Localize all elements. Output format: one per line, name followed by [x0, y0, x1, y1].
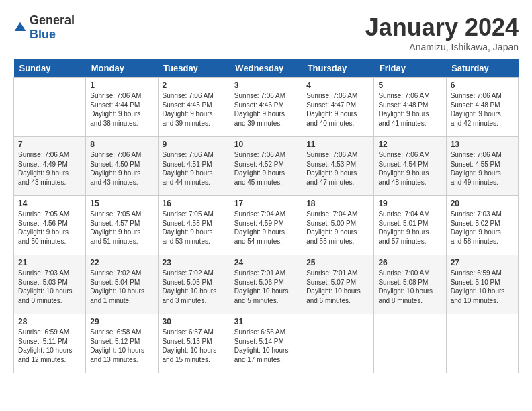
day-info: Sunrise: 7:04 AMSunset: 5:01 PMDaylight:… [378, 210, 441, 246]
logo-blue: Blue [30, 28, 56, 41]
day-number: 16 [163, 199, 226, 208]
calendar-cell: 19Sunrise: 7:04 AMSunset: 5:01 PMDayligh… [374, 196, 446, 255]
day-number: 17 [234, 199, 298, 208]
day-info: Sunrise: 7:04 AMSunset: 5:00 PMDaylight:… [306, 210, 369, 246]
day-info: Sunrise: 7:06 AMSunset: 4:47 PMDaylight:… [306, 91, 369, 128]
calendar-cell: 21Sunrise: 7:03 AMSunset: 5:03 PMDayligh… [14, 255, 86, 314]
weekday-header-wednesday: Wednesday [230, 59, 302, 78]
day-number: 24 [234, 258, 298, 267]
calendar-cell: 27Sunrise: 6:59 AMSunset: 5:10 PMDayligh… [446, 255, 518, 314]
day-info: Sunrise: 7:05 AMSunset: 4:57 PMDaylight:… [90, 210, 153, 246]
calendar-cell: 5Sunrise: 7:06 AMSunset: 4:48 PMDaylight… [374, 78, 446, 137]
calendar-cell: 8Sunrise: 7:06 AMSunset: 4:50 PMDaylight… [86, 137, 158, 196]
day-number: 1 [90, 81, 153, 90]
calendar-cell: 23Sunrise: 7:02 AMSunset: 5:05 PMDayligh… [158, 255, 230, 314]
calendar-cell [302, 314, 374, 373]
calendar-cell: 11Sunrise: 7:06 AMSunset: 4:53 PMDayligh… [302, 137, 374, 196]
logo-text: General Blue [30, 13, 75, 42]
week-row-3: 14Sunrise: 7:05 AMSunset: 4:56 PMDayligh… [14, 196, 519, 255]
weekday-header-thursday: Thursday [302, 59, 374, 78]
calendar-cell [446, 314, 518, 373]
calendar-cell: 30Sunrise: 6:57 AMSunset: 5:13 PMDayligh… [158, 314, 230, 373]
day-info: Sunrise: 7:06 AMSunset: 4:53 PMDaylight:… [306, 150, 369, 187]
day-number: 15 [90, 199, 153, 208]
calendar-cell: 7Sunrise: 7:06 AMSunset: 4:49 PMDaylight… [14, 137, 86, 196]
calendar-cell: 28Sunrise: 6:59 AMSunset: 5:11 PMDayligh… [14, 314, 86, 373]
day-info: Sunrise: 7:06 AMSunset: 4:46 PMDaylight:… [234, 91, 298, 128]
day-number: 3 [234, 81, 298, 90]
day-number: 12 [378, 140, 441, 149]
calendar-cell: 18Sunrise: 7:04 AMSunset: 5:00 PMDayligh… [302, 196, 374, 255]
day-info: Sunrise: 7:01 AMSunset: 5:07 PMDaylight:… [306, 269, 369, 305]
calendar-cell: 1Sunrise: 7:06 AMSunset: 4:44 PMDaylight… [86, 78, 158, 137]
day-number: 31 [234, 317, 298, 326]
day-info: Sunrise: 7:06 AMSunset: 4:55 PMDaylight:… [451, 150, 514, 187]
day-info: Sunrise: 7:06 AMSunset: 4:48 PMDaylight:… [451, 91, 514, 128]
day-info: Sunrise: 7:05 AMSunset: 4:56 PMDaylight:… [18, 210, 81, 246]
day-number: 23 [163, 258, 226, 267]
day-info: Sunrise: 7:06 AMSunset: 4:49 PMDaylight:… [18, 150, 81, 187]
day-number: 2 [163, 81, 226, 90]
day-info: Sunrise: 6:59 AMSunset: 5:10 PMDaylight:… [451, 269, 514, 305]
day-info: Sunrise: 7:03 AMSunset: 5:02 PMDaylight:… [451, 210, 514, 246]
weekday-header-tuesday: Tuesday [158, 59, 230, 78]
week-row-2: 7Sunrise: 7:06 AMSunset: 4:49 PMDaylight… [14, 137, 519, 196]
day-number: 18 [306, 199, 369, 208]
day-info: Sunrise: 7:00 AMSunset: 5:08 PMDaylight:… [378, 269, 441, 305]
day-info: Sunrise: 7:06 AMSunset: 4:44 PMDaylight:… [90, 91, 153, 128]
day-number: 21 [18, 258, 81, 267]
weekday-header-friday: Friday [374, 59, 446, 78]
day-number: 14 [18, 199, 81, 208]
day-number: 4 [306, 81, 369, 90]
day-info: Sunrise: 6:58 AMSunset: 5:12 PMDaylight:… [90, 328, 153, 364]
weekday-header-monday: Monday [86, 59, 158, 78]
day-number: 6 [451, 81, 514, 90]
day-info: Sunrise: 7:06 AMSunset: 4:52 PMDaylight:… [234, 150, 298, 187]
logo-general: General [30, 13, 75, 27]
calendar-cell: 29Sunrise: 6:58 AMSunset: 5:12 PMDayligh… [86, 314, 158, 373]
day-info: Sunrise: 7:06 AMSunset: 4:50 PMDaylight:… [90, 150, 153, 187]
day-info: Sunrise: 7:03 AMSunset: 5:03 PMDaylight:… [18, 269, 81, 305]
calendar-cell: 10Sunrise: 7:06 AMSunset: 4:52 PMDayligh… [230, 137, 302, 196]
logo: General Blue [13, 13, 75, 42]
day-info: Sunrise: 7:01 AMSunset: 5:06 PMDaylight:… [234, 269, 298, 305]
calendar-cell: 4Sunrise: 7:06 AMSunset: 4:47 PMDaylight… [302, 78, 374, 137]
day-number: 26 [378, 258, 441, 267]
day-info: Sunrise: 6:57 AMSunset: 5:13 PMDaylight:… [163, 328, 226, 364]
calendar-cell: 17Sunrise: 7:04 AMSunset: 4:59 PMDayligh… [230, 196, 302, 255]
calendar-cell: 12Sunrise: 7:06 AMSunset: 4:54 PMDayligh… [374, 137, 446, 196]
calendar-cell: 22Sunrise: 7:02 AMSunset: 5:04 PMDayligh… [86, 255, 158, 314]
day-info: Sunrise: 6:56 AMSunset: 5:14 PMDaylight:… [234, 328, 298, 364]
week-row-5: 28Sunrise: 6:59 AMSunset: 5:11 PMDayligh… [14, 314, 519, 373]
day-info: Sunrise: 7:06 AMSunset: 4:48 PMDaylight:… [378, 91, 441, 128]
logo-icon [13, 21, 27, 34]
calendar-cell: 13Sunrise: 7:06 AMSunset: 4:55 PMDayligh… [446, 137, 518, 196]
day-info: Sunrise: 6:59 AMSunset: 5:11 PMDaylight:… [18, 328, 81, 364]
day-number: 20 [451, 199, 514, 208]
day-number: 7 [18, 140, 81, 149]
calendar-cell: 25Sunrise: 7:01 AMSunset: 5:07 PMDayligh… [302, 255, 374, 314]
day-number: 28 [18, 317, 81, 326]
week-row-1: 1Sunrise: 7:06 AMSunset: 4:44 PMDaylight… [14, 78, 519, 137]
day-number: 11 [306, 140, 369, 149]
calendar-cell: 9Sunrise: 7:06 AMSunset: 4:51 PMDaylight… [158, 137, 230, 196]
day-number: 29 [90, 317, 153, 326]
svg-marker-0 [15, 22, 26, 31]
title-section: January 2024 Anamizu, Ishikawa, Japan [365, 13, 519, 52]
calendar-cell [14, 78, 86, 137]
weekday-header-row: SundayMondayTuesdayWednesdayThursdayFrid… [14, 59, 519, 78]
day-info: Sunrise: 7:05 AMSunset: 4:58 PMDaylight:… [163, 210, 226, 246]
day-number: 19 [378, 199, 441, 208]
calendar-cell: 2Sunrise: 7:06 AMSunset: 4:45 PMDaylight… [158, 78, 230, 137]
calendar-cell: 24Sunrise: 7:01 AMSunset: 5:06 PMDayligh… [230, 255, 302, 314]
day-info: Sunrise: 7:02 AMSunset: 5:05 PMDaylight:… [163, 269, 226, 305]
calendar-cell: 6Sunrise: 7:06 AMSunset: 4:48 PMDaylight… [446, 78, 518, 137]
day-number: 8 [90, 140, 153, 149]
day-number: 25 [306, 258, 369, 267]
calendar-cell: 16Sunrise: 7:05 AMSunset: 4:58 PMDayligh… [158, 196, 230, 255]
day-number: 10 [234, 140, 298, 149]
day-info: Sunrise: 7:04 AMSunset: 4:59 PMDaylight:… [234, 210, 298, 246]
calendar-cell: 15Sunrise: 7:05 AMSunset: 4:57 PMDayligh… [86, 196, 158, 255]
calendar-cell: 14Sunrise: 7:05 AMSunset: 4:56 PMDayligh… [14, 196, 86, 255]
day-number: 5 [378, 81, 441, 90]
